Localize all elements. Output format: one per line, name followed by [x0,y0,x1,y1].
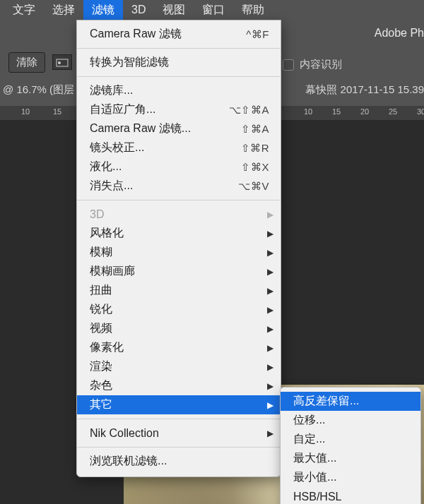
menu-separator [77,200,281,200]
submenu-item-label: 高反差保留... [293,394,408,409]
filter-menu: Camera Raw 滤镜^⌘F转换为智能滤镜滤镜库...自适应广角...⌥⇧⌘… [76,20,281,477]
menu-item-label: 自适应广角... [90,102,229,117]
menu-shortcut: ⇧⌘X [241,161,269,174]
chevron-right-icon: ▶ [267,362,273,372]
menu-item[interactable]: 模糊画廊▶ [77,262,281,281]
menu-item[interactable]: 杂色▶ [77,376,281,395]
menu-item-label: 扭曲 [90,283,269,298]
menu-item[interactable]: 滤镜库... [77,81,281,100]
menu-item-label: 模糊画廊 [90,264,269,279]
ruler-mark: 15 [53,107,61,116]
submenu-item[interactable]: 高反差保留... [281,392,420,411]
checkbox-icon[interactable] [283,59,294,71]
menu-shortcut: ⇧⌘A [241,123,269,136]
menu-item[interactable]: 液化...⇧⌘X [77,157,281,176]
menu-item-label: 浏览联机滤镜... [90,454,269,469]
menu-separator [77,447,281,448]
ruler-mark: 20 [360,107,369,116]
chevron-right-icon: ▶ [267,305,273,315]
ruler-mark: 15 [332,107,341,116]
menu-separator [77,419,281,419]
tool-icon[interactable] [52,54,72,70]
ruler-mark: 30 [417,107,424,116]
chevron-right-icon: ▶ [267,248,273,258]
menu-item-label: 消失点... [90,179,238,193]
menu-item[interactable]: 转换为智能滤镜 [77,53,281,72]
ruler-mark: 10 [21,107,30,116]
menu-shortcut: ⌥⌘V [238,180,269,193]
menubar-item-0[interactable]: 文字 [4,0,44,20]
submenu-item-label: 最大值... [293,451,408,466]
menubar-item-5[interactable]: 窗口 [194,0,233,20]
chevron-right-icon: ▶ [267,229,273,239]
submenu-item[interactable]: HSB/HSL [281,487,420,504]
menu-shortcut: ^⌘F [246,28,269,41]
submenu-item[interactable]: 自定... [281,430,420,449]
menu-item-label: 转换为智能滤镜 [90,55,269,70]
chevron-right-icon: ▶ [267,428,273,438]
menu-item[interactable]: 镜头校正...⇧⌘R [77,138,281,157]
submenu-item-label: HSB/HSL [293,491,408,503]
menubar-item-1[interactable]: 选择 [44,0,83,20]
clear-button[interactable]: 清除 [8,52,45,73]
content-aware-checkbox[interactable]: 内容识别 [283,58,342,71]
menu-item[interactable]: 扭曲▶ [77,281,281,300]
menu-item[interactable]: 渲染▶ [77,357,281,376]
menubar-item-2[interactable]: 滤镜 [83,0,123,20]
menu-item-label: 液化... [90,160,241,174]
ruler-mark: 25 [389,107,397,116]
menu-item-label: 风格化 [90,226,269,241]
submenu-item[interactable]: 最大值... [281,449,420,468]
menu-item[interactable]: 像素化▶ [77,338,281,357]
chevron-right-icon: ▶ [267,343,273,353]
menu-item-label: 视频 [90,321,269,336]
menu-item-label: 渲染 [90,359,269,374]
other-submenu: 高反差保留...位移...自定...最大值...最小值...HSB/HSL [280,387,421,504]
menu-item[interactable]: Nik Collection▶ [77,424,281,443]
menu-item[interactable]: 风格化▶ [77,224,281,243]
menu-item[interactable]: 模糊▶ [77,243,281,262]
menu-item-label: 镜头校正... [90,140,241,155]
menu-item-label: 杂色 [90,378,269,393]
svg-point-1 [58,61,61,64]
chevron-right-icon: ▶ [267,210,273,220]
menu-item[interactable]: 浏览联机滤镜... [77,452,281,471]
menu-shortcut: ⇧⌘R [241,142,269,155]
menubar-item-4[interactable]: 视图 [154,0,194,20]
menubar-item-6[interactable]: 帮助 [233,0,273,20]
menu-item-label: 3D [90,208,269,221]
options-bar: 清除 [0,48,72,76]
menu-item-label: 模糊 [90,245,269,260]
chevron-right-icon: ▶ [267,267,273,277]
chevron-right-icon: ▶ [267,400,273,410]
chevron-right-icon: ▶ [267,286,273,296]
menu-item[interactable]: Camera Raw 滤镜...⇧⌘A [77,119,281,138]
menu-item-label: 像素化 [90,340,269,355]
chevron-right-icon: ▶ [267,381,273,391]
chevron-right-icon: ▶ [267,324,273,334]
menu-item[interactable]: 视频▶ [77,319,281,338]
menu-shortcut: ⌥⇧⌘A [229,104,269,116]
submenu-item[interactable]: 位移... [281,411,420,430]
menu-item[interactable]: 锐化▶ [77,300,281,319]
menu-item[interactable]: 其它▶ [77,395,281,414]
menu-item[interactable]: Camera Raw 滤镜^⌘F [77,25,281,44]
menubar-item-3[interactable]: 3D [123,1,154,19]
document-tab[interactable]: 幕快照 2017-11-15 15.39 [305,83,424,97]
submenu-item-label: 位移... [293,413,408,428]
document-zoom: @ 16.7% (图层 [3,83,74,97]
menu-item-label: Camera Raw 滤镜 [90,27,246,42]
content-aware-label: 内容识别 [300,58,342,71]
menu-separator [77,48,281,49]
menu-item-label: 其它 [90,397,269,412]
menu-item[interactable]: 消失点...⌥⌘V [77,176,281,196]
menu-item-label: 锐化 [90,302,269,317]
menubar: 文字选择滤镜3D视图窗口帮助 [0,0,424,20]
menu-item-label: Nik Collection [90,427,269,440]
menu-item[interactable]: 自适应广角...⌥⇧⌘A [77,100,281,119]
submenu-item-label: 最小值... [293,470,408,485]
menu-separator [77,76,281,77]
app-title: Adobe Ph [375,27,424,40]
menu-item-label: Camera Raw 滤镜... [90,121,241,136]
submenu-item[interactable]: 最小值... [281,468,420,487]
